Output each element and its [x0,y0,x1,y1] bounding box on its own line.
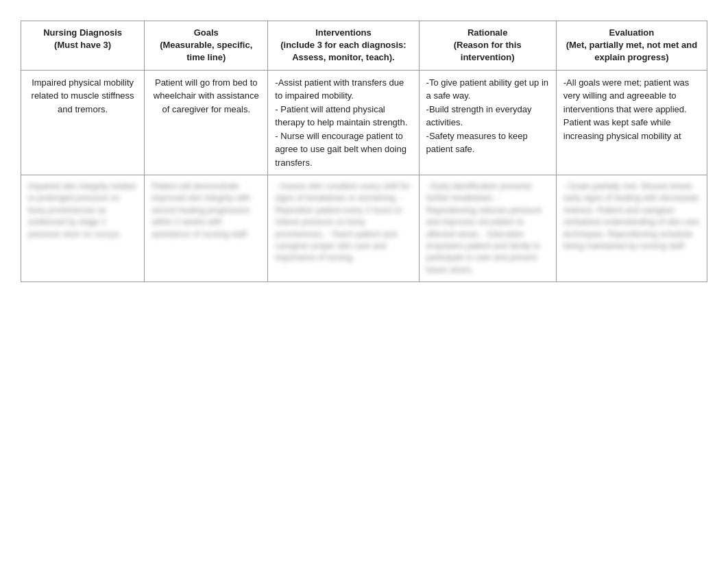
header-row: Nursing Diagnosis (Must have 3) Goals (M… [21,21,707,71]
row2-evaluation: - Goals partially met. Wound shows early… [556,175,707,282]
header-rationale-subtitle: (Reason for this intervention) [454,40,522,62]
row1-diagnosis-text: Impaired physical mobility related to mu… [32,77,134,114]
header-diagnosis-subtitle: (Must have 3) [54,40,111,50]
row2-rationale-blurred: - Early identification prevents further … [426,181,549,276]
header-evaluation: Evaluation (Met, partially met, not met … [556,21,707,71]
row2-interventions-blurred: - Assess skin condition every shift for … [275,181,411,264]
header-evaluation-title: Evaluation [609,27,655,38]
row1-interventions: -Assist patient with transfers due to im… [268,70,419,175]
row2-rationale: - Early identification prevents further … [419,175,556,282]
header-rationale: Rationale (Reason for this intervention) [419,21,556,71]
table-row-1: Impaired physical mobility related to mu… [21,70,707,175]
header-goals-title: Goals [194,27,219,38]
header-diagnosis-title: Nursing Diagnosis [43,27,122,38]
header-evaluation-subtitle: (Met, partially met, not met and explain… [566,40,697,62]
header-goals-subtitle: (Measurable, specific, time line) [160,40,252,62]
page-container: Nursing Diagnosis (Must have 3) Goals (M… [0,0,728,563]
row2-goals-blurred: Patient will demonstrate improved skin i… [151,181,260,240]
row1-goals: Patient will go from bed to wheelchair w… [145,70,268,175]
row2-diagnosis-blurred: Impaired skin integrity related to prolo… [28,181,137,240]
row1-diagnosis: Impaired physical mobility related to mu… [21,70,145,175]
row1-evaluation: -All goals were met; patient was very wi… [556,70,707,175]
row1-rationale: -To give patient ability get up in a saf… [419,70,556,175]
header-goals: Goals (Measurable, specific, time line) [145,21,268,71]
row1-goals-text: Patient will go from bed to wheelchair w… [154,77,259,114]
header-interventions: Interventions (include 3 for each diagno… [268,21,419,71]
care-plan-table: Nursing Diagnosis (Must have 3) Goals (M… [21,21,707,282]
row2-goals: Patient will demonstrate improved skin i… [145,175,268,282]
header-rationale-title: Rationale [468,27,508,38]
row2-interventions: - Assess skin condition every shift for … [268,175,419,282]
header-interventions-title: Interventions [315,27,372,38]
header-diagnosis: Nursing Diagnosis (Must have 3) [21,21,145,71]
header-interventions-subtitle: (include 3 for each diagnosis: Assess, m… [280,40,406,62]
row2-diagnosis: Impaired skin integrity related to prolo… [21,175,145,282]
table-row-2: Impaired skin integrity related to prolo… [21,175,707,282]
row2-evaluation-blurred: - Goals partially met. Wound shows early… [563,181,700,252]
